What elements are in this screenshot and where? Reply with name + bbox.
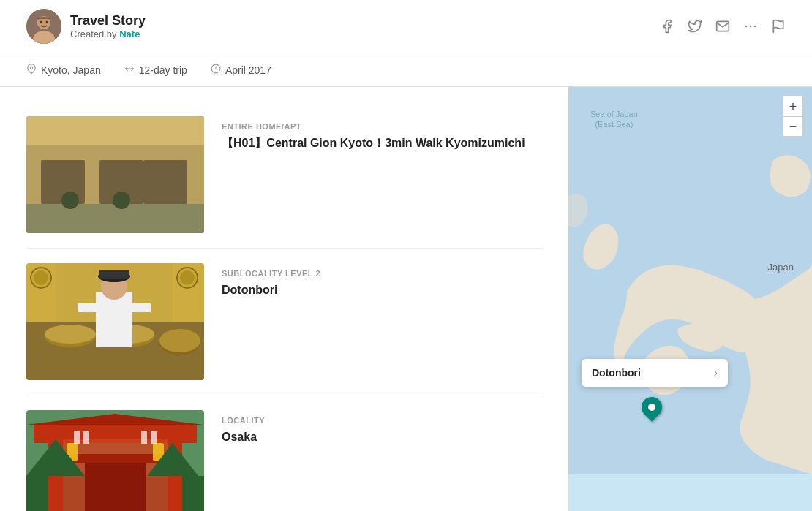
listing-item: ENTIRE HOME/APT 【H01】Central Gion Kyoto！… [26, 102, 542, 249]
svg-rect-17 [34, 147, 74, 205]
listing-type: ENTIRE HOME/APT [222, 122, 525, 131]
listing-info: LOCALITY Osaka [222, 410, 265, 445]
duration-text: 12-day trip [139, 64, 187, 76]
email-icon[interactable] [715, 19, 730, 34]
listing-type: SUBLOCALITY LEVEL 2 [222, 269, 320, 278]
svg-rect-20 [85, 151, 146, 202]
svg-rect-28 [37, 144, 74, 153]
svg-point-47 [34, 270, 48, 285]
route-icon [124, 64, 135, 76]
svg-point-10 [30, 67, 33, 69]
svg-point-4 [40, 21, 42, 23]
svg-point-26 [65, 211, 97, 226]
pin-inner [648, 404, 655, 411]
svg-point-7 [750, 26, 752, 28]
svg-rect-15 [26, 210, 204, 233]
sea-label: Sea of Japan (East Sea) [590, 109, 638, 130]
svg-point-49 [180, 270, 195, 285]
date-text: April 2017 [225, 64, 271, 76]
listing-info: ENTIRE HOME/APT 【H01】Central Gion Kyoto！… [222, 116, 525, 151]
map-zoom-controls: + − [783, 96, 803, 137]
header: Travel Story Created by Nate [0, 0, 812, 53]
svg-rect-24 [74, 206, 80, 217]
main-content: ENTIRE HOME/APT 【H01】Central Gion Kyoto！… [0, 87, 812, 511]
svg-rect-41 [99, 270, 129, 279]
svg-point-8 [754, 26, 756, 28]
meta-location: Kyoto, Japan [26, 64, 101, 76]
japan-label: Japan [768, 262, 794, 273]
pin-marker [637, 393, 666, 422]
map-pin [642, 397, 662, 417]
svg-rect-18 [37, 151, 70, 202]
sea-label-line2: (East Sea) [590, 119, 638, 129]
listing-item: SUBLOCALITY LEVEL 2 Dotonbori [26, 249, 542, 395]
facebook-icon[interactable] [660, 19, 674, 34]
svg-rect-43 [121, 303, 151, 312]
svg-rect-64 [151, 431, 157, 444]
header-right [660, 19, 786, 34]
listing-name: Osaka [222, 429, 265, 445]
sea-label-line1: Sea of Japan [590, 109, 638, 119]
svg-point-37 [159, 329, 200, 352]
svg-point-27 [124, 211, 156, 226]
svg-rect-21 [92, 153, 138, 186]
svg-rect-29 [39, 145, 72, 152]
calendar-icon [211, 64, 221, 76]
author-link[interactable]: Nate [119, 29, 140, 39]
listings-panel: ENTIRE HOME/APT 【H01】Central Gion Kyoto！… [0, 87, 568, 511]
meta-duration: 12-day trip [124, 64, 187, 76]
svg-rect-57 [85, 461, 146, 511]
listing-thumbnail [26, 410, 204, 511]
svg-rect-16 [26, 142, 204, 210]
map-section: Sea of Japan (East Sea) Japan + − Dotonb… [568, 87, 812, 511]
zoom-in-button[interactable]: + [783, 96, 803, 116]
svg-rect-61 [74, 431, 80, 444]
more-icon[interactable] [743, 19, 758, 34]
map-popup[interactable]: Dotonbori › [582, 359, 728, 387]
svg-rect-25 [134, 206, 140, 217]
zoom-out-button[interactable]: − [783, 116, 803, 137]
svg-rect-63 [141, 431, 147, 444]
listing-type: LOCALITY [222, 416, 265, 425]
svg-point-33 [45, 325, 96, 344]
svg-rect-62 [83, 431, 89, 444]
popup-label: Dotonbori [592, 367, 641, 379]
svg-rect-23 [70, 200, 143, 206]
listing-info: SUBLOCALITY LEVEL 2 Dotonbori [222, 263, 320, 298]
svg-rect-14 [26, 116, 204, 142]
created-by-label: Created by [70, 29, 117, 39]
flag-icon[interactable] [771, 19, 786, 34]
meta-date: April 2017 [211, 64, 271, 76]
location-text: Kyoto, Japan [41, 64, 101, 76]
svg-rect-19 [81, 147, 149, 205]
listing-thumbnail [26, 116, 204, 233]
map-container: Sea of Japan (East Sea) Japan + − Dotonb… [568, 87, 812, 474]
listing-name: Dotonbori [222, 282, 320, 298]
svg-point-5 [46, 21, 48, 23]
listing-thumbnail [26, 263, 204, 380]
location-icon [26, 64, 37, 76]
page-title: Travel Story [70, 13, 146, 29]
svg-point-6 [745, 26, 748, 28]
svg-rect-42 [78, 303, 114, 312]
svg-rect-38 [96, 292, 132, 347]
avatar [26, 9, 61, 44]
twitter-icon[interactable] [688, 19, 702, 34]
header-left: Travel Story Created by Nate [26, 9, 146, 44]
popup-chevron-icon: › [714, 366, 718, 379]
author-line: Created by Nate [70, 29, 146, 39]
svg-rect-13 [26, 116, 204, 233]
svg-rect-22 [94, 155, 136, 183]
listing-item: LOCALITY Osaka [26, 395, 542, 511]
listing-name: 【H01】Central Gion Kyoto！3min Walk Kyomiz… [222, 135, 525, 151]
meta-bar: Kyoto, Japan 12-day trip April 2017 [0, 53, 812, 87]
header-title-block: Travel Story Created by Nate [70, 13, 146, 39]
